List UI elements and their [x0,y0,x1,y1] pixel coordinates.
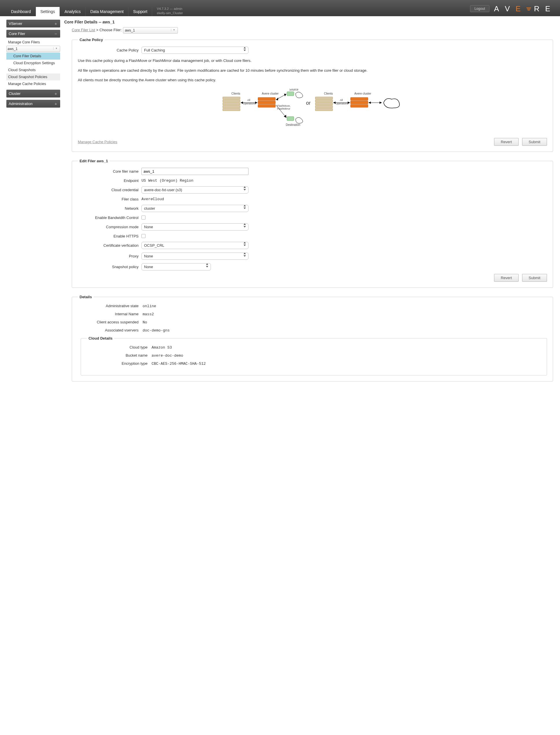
minus-icon: − [54,32,58,36]
endpoint-label: Endpoint [78,178,139,183]
client-access-label: Client access suspended [78,320,139,324]
edit-submit-button[interactable]: Submit [522,274,547,282]
svg-marker-40 [380,102,382,104]
edit-filer-legend: Edit Filer aws_1 [78,159,110,163]
bandwidth-checkbox[interactable] [141,215,145,220]
proxy-label: Proxy [78,254,139,258]
svg-rect-36 [351,101,368,104]
manage-cache-policies-link[interactable]: Manage Cache Policies [78,140,117,144]
breadcrumb-core-filer-list[interactable]: Core Filer List [72,28,95,32]
snapshot-policy-select[interactable]: None [141,263,211,270]
svg-rect-37 [351,104,368,107]
encryption-type-value: CBC-AES-256-HMAC-SHA-512 [152,362,206,366]
sidebar-item-cloud-encryption[interactable]: Cloud Encryption Settings [6,60,60,67]
diagram-cloud-icon [384,98,399,108]
brand-logo: A V E R E [494,4,553,13]
proxy-select[interactable]: None [141,253,248,260]
diagram-source-icon [287,92,294,96]
https-checkbox[interactable] [141,234,145,238]
endpoint-value: US West (Oregon) Region [141,178,193,183]
svg-marker-9 [255,102,257,104]
edit-revert-button[interactable]: Revert [494,274,518,282]
svg-marker-32 [333,102,336,104]
svg-text:Destination: Destination [286,123,300,126]
svg-marker-21 [284,115,286,118]
sidebar-item-cloud-snapshot-policies[interactable]: Cloud Snapshot Policies [6,73,60,80]
plus-icon: + [54,92,58,96]
svg-rect-25 [315,100,333,102]
tab-settings[interactable]: Settings [36,7,60,16]
cache-revert-button[interactable]: Revert [494,138,518,146]
filer-class-value: AvereCloud [141,197,164,201]
internal-name-value: mass2 [143,312,154,316]
svg-text:Avere cluster: Avere cluster [262,92,279,95]
cache-policy-select[interactable]: Full Caching [141,47,248,54]
cloud-credential-select[interactable]: avere-doc-fxt-user (s3) [141,186,248,194]
choose-filer-select[interactable]: aws_1 [123,27,178,34]
details-legend: Details [78,295,94,299]
cache-policy-legend: Cache Policy [78,38,105,42]
svg-rect-26 [315,103,333,105]
svg-rect-2 [223,103,240,105]
diagram-clients-label: Clients [231,92,240,95]
cache-policy-desc-3: All clients must be directly mounting th… [78,77,547,83]
svg-text:All: All [340,99,343,102]
cloud-details-fieldset: Cloud Details Cloud type Amazon S3 Bucke… [81,336,547,375]
svg-marker-33 [348,102,350,104]
main-tabs: Dashboard Settings Analytics Data Manage… [6,7,152,16]
compression-label: Compression mode [78,225,139,229]
svg-rect-27 [315,106,333,108]
sidebar-cluster-label: Cluster [9,91,21,96]
svg-rect-12 [258,101,275,104]
tab-data-management[interactable]: Data Management [86,7,128,16]
edit-filer-fieldset: Edit Filer aws_1 Core filer name Endpoin… [72,159,553,288]
svg-text:Clients: Clients [324,92,333,95]
network-select[interactable]: cluster [141,205,248,212]
svg-marker-39 [369,102,371,104]
logo-bars-icon [526,8,531,10]
svg-marker-8 [241,102,243,104]
diagram-avere-icon [258,97,275,107]
sidebar-corefiler-label: Core Filer [9,32,25,36]
cache-submit-button[interactable]: Submit [522,138,547,146]
diagram-cloud-icon [296,117,303,123]
tab-dashboard[interactable]: Dashboard [6,7,36,16]
assoc-vservers-label: Associated vservers [78,328,139,332]
core-filer-name-input[interactable] [141,168,248,175]
svg-rect-35 [351,97,368,100]
svg-text:Avere cluster: Avere cluster [354,92,371,95]
sidebar-admin-head[interactable]: Administration + [6,100,60,108]
diagram-cloud-icon [296,92,303,98]
cloud-type-label: Cloud type [87,345,148,349]
network-label: Network [78,206,139,211]
sidebar-cluster-head[interactable]: Cluster + [6,90,60,97]
tab-support[interactable]: Support [128,7,152,16]
breadcrumb: Core Filer List > Choose Filer: aws_1 [72,27,553,34]
sidebar-admin-label: Administration [9,102,32,106]
svg-rect-0 [223,97,240,99]
sidebar-corefiler-head[interactable]: Core Filer − [6,30,60,38]
compression-select[interactable]: None [141,223,248,231]
cache-policy-fieldset: Cache Policy Cache Policy Full Caching U… [72,38,553,152]
cloud-details-legend: Cloud Details [87,336,114,340]
admin-state-label: Administrative state [78,304,139,308]
cloud-type-value: Amazon S3 [152,345,172,350]
cert-verification-select[interactable]: OCSP_CRL [141,242,248,249]
cache-policy-label: Cache Policy [78,48,139,52]
sidebar-item-cloud-snapshots[interactable]: Cloud Snapshots [6,67,60,73]
bucket-name-value: avere-doc-demo [152,353,183,358]
logout-button[interactable]: Logout [470,5,489,12]
sidebar-filer-select[interactable]: aws_1 [6,46,60,52]
admin-state-value: online [143,304,156,308]
sidebar-vserver-head[interactable]: VServer + [6,20,60,27]
bandwidth-label: Enable Bandwidth Control [78,215,139,220]
encryption-type-label: Encryption type [87,361,148,366]
sidebar-item-manage-core-filers[interactable]: Manage Core Filers [6,39,60,46]
internal-name-label: Internal Name [78,312,139,316]
sidebar-item-manage-cache-policies[interactable]: Manage Cache Policies [6,80,60,87]
tab-analytics[interactable]: Analytics [60,7,86,16]
svg-marker-16 [276,97,278,100]
cache-policy-desc-2: All file system operations are cached di… [78,68,547,73]
filer-class-label: Filer class [78,197,139,201]
sidebar-item-core-filer-details[interactable]: Core Filer Details [6,53,60,60]
